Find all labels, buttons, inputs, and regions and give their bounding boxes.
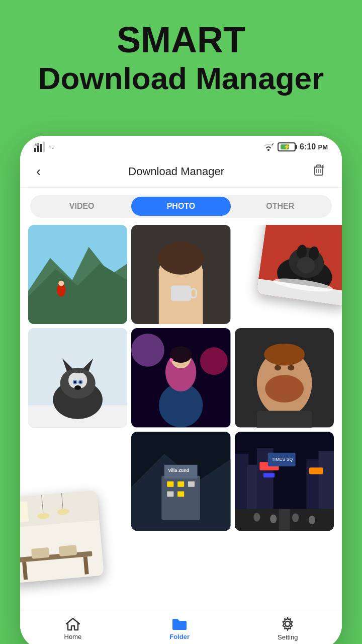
photo-cell-mountain[interactable] bbox=[28, 225, 127, 324]
svg-rect-67 bbox=[188, 481, 195, 487]
svg-text:4G: 4G bbox=[35, 143, 40, 146]
svg-rect-66 bbox=[177, 481, 184, 487]
svg-rect-1 bbox=[37, 146, 39, 152]
bottom-nav: Home Folder Setting bbox=[20, 610, 342, 644]
tab-photo[interactable]: PHOTO bbox=[131, 197, 230, 216]
app-title: Download Manager bbox=[128, 165, 224, 178]
status-bar: 4G ↑↓ ⚡ 6:10 PM bbox=[20, 136, 342, 156]
nav-setting[interactable]: Setting bbox=[278, 616, 298, 641]
svg-rect-80 bbox=[263, 473, 275, 477]
status-time: 6:10 PM bbox=[300, 142, 328, 151]
nav-setting-label: Setting bbox=[278, 633, 298, 641]
back-button[interactable]: ‹ bbox=[32, 162, 45, 182]
tab-bar: VIDEO PHOTO OTHER bbox=[30, 195, 332, 218]
app-header: ‹ Download Manager bbox=[20, 156, 342, 188]
delete-button[interactable] bbox=[308, 161, 330, 182]
svg-rect-3 bbox=[43, 142, 45, 152]
svg-point-85 bbox=[270, 514, 277, 523]
photo-cell-city[interactable]: TIMES SQ bbox=[235, 432, 334, 531]
svg-rect-30 bbox=[171, 286, 191, 301]
photo-cell-husky[interactable] bbox=[28, 328, 127, 427]
signal-icon: 4G bbox=[34, 142, 45, 152]
svg-rect-81 bbox=[309, 467, 323, 474]
nav-home-label: Home bbox=[64, 633, 82, 640]
photo-cell-man-beard[interactable] bbox=[235, 328, 334, 427]
setting-icon bbox=[280, 616, 295, 631]
hero-section: SMART Download Manager bbox=[0, 20, 362, 98]
svg-rect-78 bbox=[279, 509, 290, 531]
network-badge: ↑↓ bbox=[48, 143, 54, 150]
nav-folder-label: Folder bbox=[169, 633, 190, 640]
wifi-icon bbox=[263, 143, 274, 151]
svg-rect-2 bbox=[40, 144, 42, 152]
svg-point-59 bbox=[275, 365, 281, 371]
svg-point-60 bbox=[288, 365, 294, 371]
svg-rect-68 bbox=[167, 491, 174, 497]
photo-cell-building[interactable]: Villa Zünd bbox=[131, 432, 230, 531]
svg-rect-9 bbox=[317, 165, 321, 167]
phone-mockup: 4G ↑↓ ⚡ 6:10 PM bbox=[20, 136, 342, 644]
svg-point-51 bbox=[170, 347, 192, 363]
svg-rect-58 bbox=[257, 411, 312, 428]
svg-rect-65 bbox=[167, 481, 174, 487]
battery-icon: ⚡ bbox=[278, 142, 296, 151]
floating-photo-dog[interactable] bbox=[256, 225, 342, 306]
svg-point-43 bbox=[79, 381, 81, 383]
svg-text:Villa Zünd: Villa Zünd bbox=[168, 468, 190, 473]
svg-point-56 bbox=[264, 344, 305, 366]
folder-icon bbox=[171, 617, 188, 631]
nav-home[interactable]: Home bbox=[64, 617, 82, 640]
svg-point-87 bbox=[309, 515, 315, 524]
photo-grid-container: Villa Zünd bbox=[20, 225, 342, 610]
svg-point-42 bbox=[74, 381, 76, 383]
svg-point-25 bbox=[58, 281, 64, 286]
status-left: 4G ↑↓ bbox=[34, 142, 54, 152]
photo-cell-girl-neon[interactable] bbox=[131, 328, 230, 427]
svg-point-52 bbox=[170, 359, 173, 362]
svg-rect-94 bbox=[31, 547, 50, 559]
svg-point-47 bbox=[200, 348, 228, 375]
svg-marker-100 bbox=[66, 618, 79, 630]
trash-icon bbox=[312, 163, 326, 177]
svg-point-5 bbox=[267, 149, 269, 151]
svg-point-57 bbox=[265, 375, 304, 403]
svg-text:TIMES SQ: TIMES SQ bbox=[272, 457, 293, 462]
svg-rect-0 bbox=[34, 148, 36, 152]
svg-point-29 bbox=[158, 242, 204, 275]
floating-photo-interior[interactable] bbox=[20, 490, 104, 584]
svg-rect-69 bbox=[177, 491, 184, 497]
tab-video[interactable]: VIDEO bbox=[32, 197, 131, 216]
hero-line1: SMART bbox=[0, 20, 362, 60]
svg-point-101 bbox=[285, 621, 290, 626]
tab-other[interactable]: OTHER bbox=[231, 197, 330, 216]
svg-point-84 bbox=[253, 513, 260, 522]
status-right: ⚡ 6:10 PM bbox=[263, 142, 328, 151]
hero-line2: Download Manager bbox=[0, 60, 362, 97]
svg-point-86 bbox=[292, 513, 299, 522]
svg-rect-95 bbox=[59, 545, 77, 556]
svg-line-6 bbox=[272, 143, 274, 145]
svg-point-44 bbox=[74, 385, 81, 390]
home-icon bbox=[65, 617, 80, 631]
nav-folder[interactable]: Folder bbox=[169, 617, 190, 640]
svg-point-46 bbox=[131, 334, 164, 367]
photo-cell-portrait[interactable] bbox=[131, 225, 230, 324]
